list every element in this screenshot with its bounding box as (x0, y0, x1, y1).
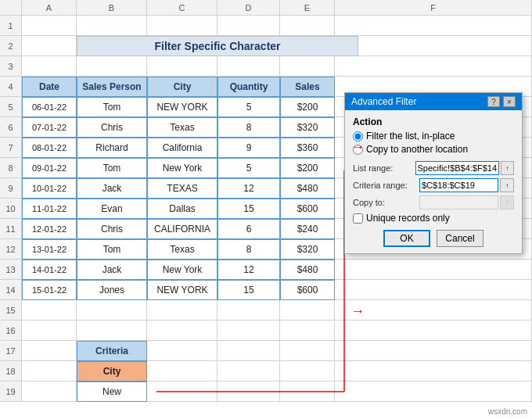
unique-records-label: Unique records only (366, 213, 450, 224)
radio-copy-location-label: Copy to another location (366, 144, 468, 155)
cell-city-8: New York (147, 158, 217, 178)
criteria-range-input[interactable]: $C$18:$C$19 (419, 178, 498, 192)
cell-sales-14: $600 (280, 280, 335, 300)
list-range-input[interactable]: Specific!$B$4:$F$14 (415, 161, 500, 175)
criteria-value: New (77, 381, 147, 402)
cell-salesperson-13: Jack (77, 260, 147, 280)
row-11: 11 (0, 219, 22, 239)
cell-sales-11: $240 (280, 219, 335, 239)
row-9: 9 (0, 178, 22, 199)
cell-quantity-14: 15 (217, 280, 280, 300)
row-13: 13 (0, 260, 22, 280)
cell-b3 (77, 56, 147, 77)
radio-group: Filter the list, in-place Copy to anothe… (353, 131, 514, 155)
cell-sales-7: $360 (280, 138, 335, 158)
cell-b1 (77, 16, 147, 36)
unique-records-checkbox[interactable] (353, 213, 363, 224)
cell-city-6: Texas (147, 117, 217, 138)
cell-sales-10: $600 (280, 199, 335, 219)
row-10: 10 (0, 199, 22, 219)
cell-quantity-8: 5 (217, 158, 280, 178)
th-city: City (147, 77, 217, 97)
cell-a2 (22, 36, 77, 56)
dialog-title: Advanced Filter (351, 96, 416, 107)
watermark: wsxdn.com (488, 407, 527, 416)
cell-city-14: NEW YORK (147, 280, 217, 300)
row-4: 4 (0, 77, 22, 97)
arrow-list-range: → (350, 139, 365, 156)
cell-city-7: California (147, 138, 217, 158)
cell-date-9: 10-01-22 (22, 178, 77, 199)
cell-salesperson-12: Tom (77, 239, 147, 260)
cell-sales-9: $480 (280, 178, 335, 199)
cell-city-12: Texas (147, 239, 217, 260)
th-quantity: Quantity (217, 77, 280, 97)
corner-header (0, 0, 22, 16)
cell-date-8: 09-01-22 (22, 158, 77, 178)
dialog-help-button[interactable]: ? (487, 96, 500, 107)
cell-date-11: 12-01-22 (22, 219, 77, 239)
cell-a3 (22, 56, 77, 77)
cell-rest-2 (358, 36, 532, 56)
cell-sales-8: $200 (280, 158, 335, 178)
th-salesperson: Sales Person (77, 77, 147, 97)
cell-salesperson-6: Chris (77, 117, 147, 138)
cell-f1 (335, 16, 532, 36)
criteria-header-city: City (77, 361, 147, 381)
row-15: 15 (0, 300, 22, 321)
col-header-C: C (147, 0, 217, 16)
criteria-range-label: Criteria range: (353, 181, 419, 190)
cell-d3 (217, 56, 280, 77)
th-sales: Sales (280, 77, 335, 97)
cell-salesperson-7: Richard (77, 138, 147, 158)
list-range-label: List range: (353, 163, 415, 173)
row-5: 5 (0, 97, 22, 117)
radio-row-1: Filter the list, in-place (353, 131, 514, 141)
cell-date-5: 06-01-22 (22, 97, 77, 117)
row-18: 18 (0, 361, 22, 381)
cell-e1 (280, 16, 335, 36)
cell-city-5: NEW YORK (147, 97, 217, 117)
spreadsheet: A B C D E F 1 2 Filter Specific Characte… (0, 0, 532, 419)
cell-quantity-7: 9 (217, 138, 280, 158)
cell-c1 (147, 16, 217, 36)
cell-quantity-12: 8 (217, 239, 280, 260)
dialog-body: Action Filter the list, in-place Copy to… (345, 110, 522, 253)
cell-city-9: TEXAS (147, 178, 217, 199)
ok-button[interactable]: OK (383, 230, 430, 247)
list-range-row: List range: Specific!$B$4:$F$14 ↑ (353, 161, 514, 175)
cell-a1 (22, 16, 77, 36)
row-19: 19 (0, 381, 22, 402)
cell-quantity-11: 6 (217, 219, 280, 239)
cell-city-11: CALIFORNIA (147, 219, 217, 239)
dialog-titlebar-buttons: ? × (487, 96, 516, 107)
cell-d1 (217, 16, 280, 36)
col-header-F: F (335, 0, 532, 16)
row-8: 8 (0, 158, 22, 178)
cell-quantity-6: 8 (217, 117, 280, 138)
unique-records-row: Unique records only (353, 213, 514, 224)
list-range-collapse-btn[interactable]: ↑ (501, 161, 514, 175)
cell-sales-5: $200 (280, 97, 335, 117)
row-14: 14 (0, 280, 22, 300)
col-header-E: E (280, 0, 335, 16)
cell-salesperson-10: Evan (77, 199, 147, 219)
row-2: 2 (0, 36, 22, 56)
copy-to-input (419, 195, 498, 210)
advanced-filter-dialog: Advanced Filter ? × Action Filter the li… (344, 92, 523, 254)
row-1: 1 (0, 16, 22, 36)
criteria-range-collapse-btn[interactable]: ↑ (500, 178, 514, 192)
cell-date-14: 15-01-22 (22, 280, 77, 300)
cell-city-10: Dallas (147, 199, 217, 219)
action-label: Action (353, 116, 514, 127)
th-date: Date (22, 77, 77, 97)
cell-date-6: 07-01-22 (22, 117, 77, 138)
copy-to-collapse-btn: ↑ (500, 195, 514, 210)
cell-salesperson-5: Tom (77, 97, 147, 117)
cell-sales-6: $320 (280, 117, 335, 138)
criteria-title: Criteria (77, 341, 147, 361)
cancel-button[interactable]: Cancel (437, 230, 483, 247)
dialog-close-button[interactable]: × (503, 96, 516, 107)
cell-date-13: 14-01-22 (22, 260, 77, 280)
row-6: 6 (0, 117, 22, 138)
